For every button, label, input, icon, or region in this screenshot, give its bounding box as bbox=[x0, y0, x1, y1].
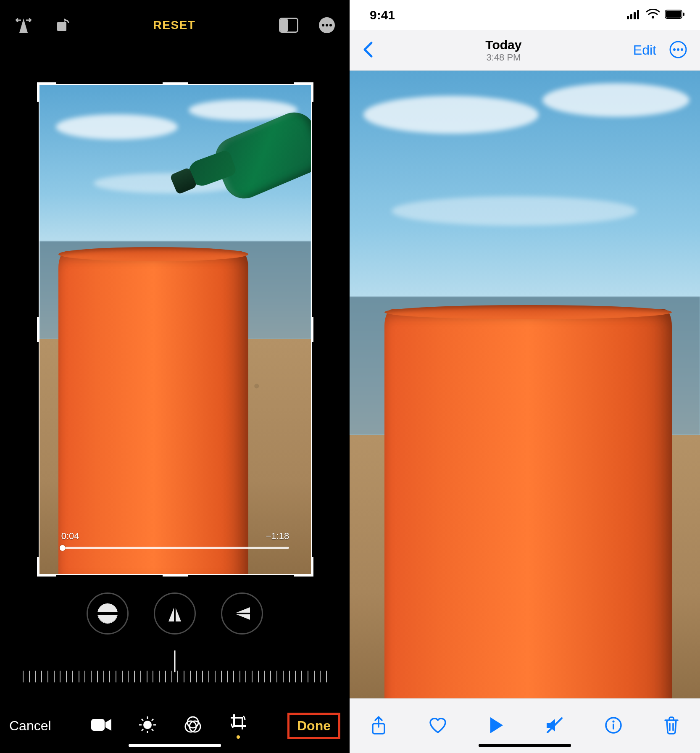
filters-tab-icon[interactable] bbox=[184, 716, 202, 736]
elapsed-time: 0:04 bbox=[61, 531, 79, 542]
back-button[interactable] bbox=[362, 41, 374, 60]
svg-rect-21 bbox=[637, 10, 639, 19]
vertical-perspective-button[interactable] bbox=[154, 592, 196, 635]
more-actions-icon[interactable] bbox=[669, 40, 687, 61]
scrubber-track[interactable] bbox=[61, 547, 289, 549]
photo-viewer-screen: 9:41 Today 3:48 PM Edit bbox=[350, 0, 700, 753]
adjust-tab-icon[interactable] bbox=[138, 716, 157, 736]
angle-ruler-center bbox=[174, 650, 176, 672]
mute-icon[interactable] bbox=[545, 716, 563, 736]
remaining-time: −1:18 bbox=[266, 531, 289, 542]
rotate-icon[interactable] bbox=[53, 17, 70, 34]
scrubber-knob[interactable] bbox=[59, 545, 65, 551]
home-indicator[interactable] bbox=[129, 744, 221, 747]
crop-handle-top[interactable] bbox=[163, 82, 188, 85]
crop-tab-icon[interactable] bbox=[229, 713, 247, 739]
done-button[interactable]: Done bbox=[297, 718, 331, 733]
svg-rect-32 bbox=[613, 724, 614, 729]
crop-handle-br[interactable] bbox=[294, 557, 313, 577]
svg-point-26 bbox=[673, 48, 676, 51]
crop-handle-right[interactable] bbox=[311, 317, 313, 342]
favorite-icon[interactable] bbox=[428, 716, 447, 736]
edit-crop-screen: RESET bbox=[0, 0, 350, 753]
active-tab-indicator bbox=[237, 735, 240, 739]
svg-rect-2 bbox=[280, 19, 288, 32]
cellular-icon bbox=[627, 8, 641, 22]
edit-button[interactable]: Edit bbox=[633, 42, 656, 58]
crop-frame[interactable]: 0:04 −1:18 bbox=[39, 84, 312, 575]
home-indicator[interactable] bbox=[479, 744, 571, 747]
svg-rect-20 bbox=[634, 12, 636, 19]
svg-point-14 bbox=[143, 721, 152, 729]
svg-rect-11 bbox=[174, 605, 176, 622]
info-icon[interactable] bbox=[605, 716, 622, 736]
video-preview[interactable]: 0:04 −1:18 bbox=[39, 84, 312, 575]
angle-ruler[interactable] bbox=[23, 656, 327, 682]
viewer-nav-bar: Today 3:48 PM Edit bbox=[350, 30, 700, 71]
svg-rect-19 bbox=[630, 14, 632, 19]
nav-title: Today 3:48 PM bbox=[485, 38, 521, 63]
aspect-ratio-icon[interactable] bbox=[279, 18, 298, 33]
crop-handle-tr[interactable] bbox=[294, 82, 313, 102]
svg-rect-10 bbox=[97, 612, 118, 615]
more-icon[interactable] bbox=[318, 17, 335, 34]
straighten-button[interactable] bbox=[87, 592, 129, 635]
play-icon[interactable] bbox=[489, 716, 504, 736]
nav-title-sub: 3:48 PM bbox=[485, 52, 521, 63]
photo-content bbox=[350, 71, 700, 698]
done-button-highlight: Done bbox=[287, 713, 340, 739]
playback-timeline[interactable]: 0:04 −1:18 bbox=[61, 531, 289, 549]
status-bar: 9:41 bbox=[350, 0, 700, 30]
photo-viewport[interactable] bbox=[350, 71, 700, 698]
svg-point-28 bbox=[681, 48, 683, 51]
adjust-mode-row bbox=[0, 592, 350, 635]
video-tab-icon[interactable] bbox=[91, 717, 111, 734]
svg-rect-12 bbox=[233, 613, 251, 614]
svg-rect-18 bbox=[627, 16, 629, 19]
status-time: 9:41 bbox=[370, 8, 395, 22]
svg-rect-0 bbox=[57, 22, 66, 31]
horizontal-perspective-button[interactable] bbox=[221, 592, 263, 635]
share-icon[interactable] bbox=[370, 715, 387, 737]
flip-horizontal-icon[interactable] bbox=[14, 16, 33, 34]
svg-rect-13 bbox=[91, 719, 105, 731]
svg-point-27 bbox=[677, 48, 679, 51]
crop-handle-bl[interactable] bbox=[37, 557, 56, 577]
svg-point-31 bbox=[612, 720, 614, 722]
reset-button[interactable]: RESET bbox=[153, 18, 196, 32]
svg-point-4 bbox=[322, 24, 324, 26]
cancel-button[interactable]: Cancel bbox=[9, 718, 51, 734]
battery-icon bbox=[665, 8, 685, 22]
edit-top-bar: RESET bbox=[0, 0, 350, 50]
delete-icon[interactable] bbox=[663, 716, 679, 736]
crop-handle-bottom[interactable] bbox=[163, 574, 188, 577]
crop-handle-tl[interactable] bbox=[37, 82, 56, 102]
svg-point-6 bbox=[329, 24, 332, 26]
crop-handle-left[interactable] bbox=[37, 317, 39, 342]
svg-point-5 bbox=[326, 24, 328, 26]
svg-point-17 bbox=[187, 717, 198, 728]
wifi-icon bbox=[646, 8, 660, 22]
nav-title-main: Today bbox=[485, 38, 521, 53]
svg-rect-23 bbox=[666, 11, 681, 18]
photo-content: 0:04 −1:18 bbox=[39, 85, 311, 574]
svg-rect-24 bbox=[683, 13, 684, 16]
